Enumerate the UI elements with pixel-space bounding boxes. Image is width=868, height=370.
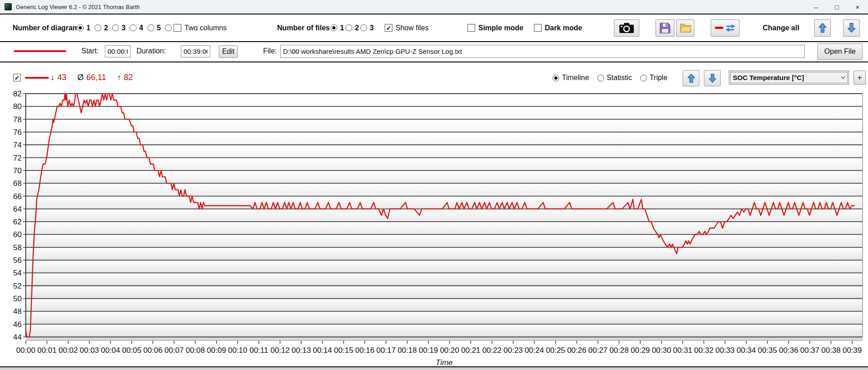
diagrams-option-1[interactable]: 1 [77,24,90,32]
show-files-checkbox-box[interactable] [385,24,392,32]
close-button[interactable]: × [847,0,868,14]
radio-icon[interactable] [552,75,559,81]
start-input[interactable] [105,45,131,57]
folder-icon [680,23,691,33]
svg-text:52: 52 [13,282,22,290]
file-path-input[interactable] [280,45,805,58]
svg-text:44: 44 [13,333,22,342]
svg-text:00:14: 00:14 [313,346,332,355]
timeline-plot[interactable]: 4446485052545658606264666870727476788082… [0,88,868,368]
svg-text:00:13: 00:13 [292,346,311,355]
svg-text:00:04: 00:04 [101,346,120,355]
svg-text:66: 66 [13,192,22,201]
radio-icon[interactable] [94,24,101,31]
app-icon [5,3,12,10]
two-columns-checkbox-box[interactable] [174,24,181,32]
svg-text:82: 82 [13,90,22,98]
open-folder-button[interactable] [676,19,694,37]
files-option-2[interactable]: 2 [345,24,359,32]
svg-text:78: 78 [13,115,22,124]
two-columns-checkbox[interactable]: Two columns [174,24,226,32]
radio-icon[interactable] [640,75,647,81]
minimize-button[interactable]: – [806,0,826,14]
diagrams-option-label: 5 [157,24,161,32]
save-button[interactable] [656,19,675,37]
diagrams-option-4[interactable]: 4 [130,24,143,32]
files-radio-group: 123 [330,24,375,32]
duration-input[interactable] [181,45,210,57]
diagrams-option-label: 1 [86,24,90,32]
svg-text:00:12: 00:12 [270,346,290,355]
radio-icon[interactable] [112,24,119,31]
files-option-1[interactable]: 1 [330,24,344,32]
show-files-checkbox[interactable]: Show files [385,24,429,32]
reset-zoom-button[interactable] [711,19,740,37]
svg-text:76: 76 [13,128,22,137]
screenshot-button[interactable] [614,19,639,37]
change-all-up-button[interactable] [814,19,831,37]
svg-text:00:26: 00:26 [567,346,586,355]
min-value: 43 [57,73,66,82]
max-arrow-icon: ↑ [117,73,121,82]
svg-text:00:22: 00:22 [482,346,502,355]
open-file-button[interactable]: Open File [817,43,863,60]
files-label: Number of files [277,24,330,32]
blue-arrow-down-icon [708,73,717,83]
blue-arrow-up-icon [687,73,695,83]
add-signal-button[interactable]: + [854,71,866,85]
radio-icon[interactable] [147,24,154,31]
svg-text:00:27: 00:27 [588,346,608,355]
radio-icon[interactable] [597,75,604,81]
chevron-down-icon [841,76,845,79]
series-color-swatch-file [14,50,66,52]
svg-text:00:28: 00:28 [609,346,629,355]
avg-symbol: Ø [77,73,84,82]
svg-text:46: 46 [13,320,22,329]
view-option-statistic[interactable]: Statistic [597,74,632,82]
svg-text:62: 62 [13,218,22,226]
signal-selector-dropdown[interactable]: SOC Temperature [°C] [729,71,849,85]
svg-text:00:20: 00:20 [440,346,459,355]
svg-text:00:35: 00:35 [758,346,777,355]
series-enable-checkbox[interactable] [13,74,21,81]
svg-text:00:11: 00:11 [250,346,268,355]
dark-mode-label: Dark mode [545,24,582,32]
diagrams-option-3[interactable]: 3 [112,24,126,32]
files-option-label: 2 [355,24,359,32]
diagrams-option-5[interactable]: 5 [147,24,161,32]
view-option-triple[interactable]: Triple [640,74,667,82]
diagrams-label: Number of diagrams [13,24,83,32]
simple-mode-checkbox[interactable]: Simple mode [467,24,524,32]
min-arrow-icon: ↓ [51,73,55,82]
radio-icon[interactable] [77,24,84,31]
svg-text:00:02: 00:02 [58,346,78,355]
svg-text:00:06: 00:06 [143,346,163,355]
dark-mode-checkbox-box[interactable] [534,24,542,32]
dark-mode-checkbox[interactable]: Dark mode [534,24,582,32]
radio-icon[interactable] [360,24,367,31]
change-all-down-button[interactable] [843,19,860,37]
app-window: Generic Log Viewer 6.2 - © 2021 Thomas B… [0,0,868,370]
svg-text:00:38: 00:38 [821,346,841,355]
files-option-3[interactable]: 3 [360,24,374,32]
edit-button[interactable]: Edit [219,45,238,58]
signal-selector-value: SOC Temperature [°C] [733,74,804,81]
toolbar: Number of diagrams 123456 Two columns Nu… [0,14,868,41]
svg-text:70: 70 [13,166,22,175]
floppy-disk-icon [660,23,670,33]
view-option-timeline[interactable]: Timeline [552,74,589,82]
radio-icon[interactable] [345,24,352,31]
radio-icon[interactable] [165,24,172,31]
svg-text:72: 72 [13,154,22,162]
radio-icon[interactable] [130,24,137,31]
maximize-button[interactable]: □ [826,0,847,14]
window-title: Generic Log Viewer 6.2 - © 2021 Thomas B… [16,4,140,10]
svg-text:00:25: 00:25 [546,346,566,355]
svg-text:64: 64 [13,205,22,213]
signal-down-button[interactable] [704,70,721,86]
radio-icon[interactable] [330,24,337,31]
diagrams-option-2[interactable]: 2 [94,24,108,32]
simple-mode-checkbox-box[interactable] [467,24,475,32]
diagrams-option-label: 2 [104,24,108,32]
signal-up-button[interactable] [683,70,699,86]
